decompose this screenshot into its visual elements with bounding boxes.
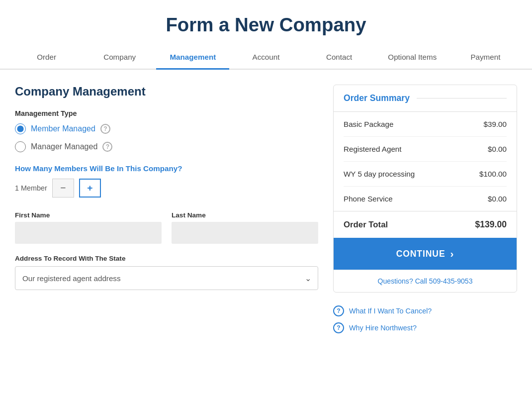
total-price: $139.00 [475, 219, 507, 230]
summary-item-basic-package: Basic Package $39.00 [344, 112, 507, 137]
summary-header: Order Summary [334, 85, 517, 112]
address-section: Address To Record With The State Our reg… [15, 255, 318, 290]
summary-item-phone-service: Phone Service $0.00 [344, 187, 507, 211]
members-question: How Many Members Will Be In This Company… [15, 164, 318, 173]
tab-account[interactable]: Account [229, 46, 302, 70]
member-count-text: 1 Member [15, 184, 47, 192]
member-managed-radio[interactable] [15, 123, 26, 134]
member-managed-label: Member Managed [31, 124, 95, 133]
summary-card: Order Summary Basic Package $39.00 Regis… [333, 85, 517, 293]
summary-total: Order Total $139.00 [334, 211, 517, 238]
summary-item-wy-processing: WY 5 day processing $100.00 [344, 162, 507, 187]
first-name-input[interactable] [15, 222, 162, 244]
item-price-registered-agent: $0.00 [488, 145, 507, 153]
tab-optional-items[interactable]: Optional Items [376, 46, 449, 70]
last-name-field: Last Name [172, 211, 318, 244]
management-type-group: Management Type Member Managed ? Manager… [15, 109, 318, 152]
tab-payment[interactable]: Payment [449, 46, 522, 70]
help-links: ? What If I Want To Cancel? ? Why Hire N… [333, 301, 517, 333]
member-managed-help-icon[interactable]: ? [100, 124, 110, 134]
why-hire-help-label: Why Hire Northwest? [349, 324, 417, 332]
continue-label: CONTINUE [396, 249, 445, 259]
continue-arrow-icon: › [450, 248, 454, 260]
members-section: How Many Members Will Be In This Company… [15, 164, 318, 198]
form-section: Company Management Management Type Membe… [15, 85, 318, 333]
form-section-title: Company Management [15, 85, 318, 99]
summary-title: Order Summary [344, 93, 410, 103]
tab-management[interactable]: Management [156, 46, 229, 70]
total-label: Order Total [344, 220, 388, 230]
manager-managed-label: Manager Managed [31, 142, 97, 151]
item-name-basic-package: Basic Package [344, 120, 393, 128]
tabs-nav: Order Company Management Account Contact… [0, 46, 532, 70]
address-select[interactable]: Our registered agent address [15, 266, 318, 290]
summary-item-registered-agent: Registered Agent $0.00 [344, 137, 507, 162]
decrement-member-button[interactable]: − [52, 179, 74, 198]
manager-managed-help-icon[interactable]: ? [102, 142, 112, 152]
item-price-basic-package: $39.00 [484, 120, 507, 128]
address-select-wrapper: Our registered agent address ⌄ [15, 266, 318, 290]
item-name-registered-agent: Registered Agent [344, 145, 402, 153]
manager-managed-option[interactable]: Manager Managed ? [15, 141, 318, 152]
summary-header-line [417, 98, 507, 99]
member-managed-option[interactable]: Member Managed ? [15, 123, 318, 134]
last-name-label: Last Name [172, 211, 318, 219]
last-name-input[interactable] [172, 222, 318, 244]
why-hire-help-icon: ? [333, 322, 344, 333]
order-summary-section: Order Summary Basic Package $39.00 Regis… [333, 85, 517, 333]
item-price-phone-service: $0.00 [488, 195, 507, 203]
increment-member-button[interactable]: + [79, 179, 101, 198]
management-type-label: Management Type [15, 109, 318, 117]
item-price-wy-processing: $100.00 [479, 170, 507, 178]
continue-button[interactable]: CONTINUE › [334, 238, 517, 270]
tab-company[interactable]: Company [83, 46, 156, 70]
page-title: Form a New Company [0, 0, 532, 46]
cancel-help-icon: ? [333, 305, 344, 316]
cancel-help-label: What If I Want To Cancel? [349, 307, 432, 315]
why-hire-help-link[interactable]: ? Why Hire Northwest? [333, 322, 517, 333]
tab-contact[interactable]: Contact [303, 46, 376, 70]
item-name-wy-processing: WY 5 day processing [344, 170, 415, 178]
item-name-phone-service: Phone Service [344, 195, 393, 203]
first-name-label: First Name [15, 211, 162, 219]
first-name-field: First Name [15, 211, 162, 244]
address-label: Address To Record With The State [15, 255, 318, 262]
summary-items: Basic Package $39.00 Registered Agent $0… [334, 112, 517, 211]
manager-managed-radio[interactable] [15, 141, 26, 152]
name-row: First Name Last Name [15, 211, 318, 244]
cancel-help-link[interactable]: ? What If I Want To Cancel? [333, 305, 517, 316]
questions-link[interactable]: Questions? Call 509-435-9053 [334, 270, 517, 292]
members-counter: 1 Member − + [15, 179, 318, 198]
tab-order[interactable]: Order [10, 46, 83, 70]
